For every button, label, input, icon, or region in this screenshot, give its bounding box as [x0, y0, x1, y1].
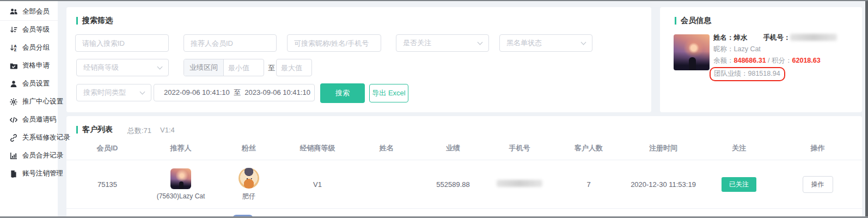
col-name: 姓名	[351, 140, 423, 156]
date-start: 2022-09-06 10:41:10	[164, 88, 230, 96]
code-icon	[9, 116, 18, 124]
col-customer-count: 客户人数	[555, 140, 622, 156]
chevron-down-icon	[581, 39, 586, 45]
sidebar-item-label: 推广中心设置	[22, 97, 63, 106]
chevron-down-icon	[157, 64, 163, 69]
sidebar-item-label: 会员合并记录	[22, 151, 63, 160]
table-row: 75135 (75630)Lazy Cat 肥仔 V1 552589.88 7 …	[66, 160, 862, 209]
cell-register-time: 2020-12-30 11:53:19	[622, 180, 705, 189]
search-id-field-wrap	[75, 34, 169, 52]
sidebar-item-member-group[interactable]: AZ 会员分组	[0, 39, 58, 57]
blacklist-status-select[interactable]: 黑名单状态	[499, 34, 592, 52]
search-filter-card: 搜索筛选 是否关注 黑名单状态 经销商等级 业绩区间 至 搜索时间类型 2022…	[66, 7, 651, 112]
sidebar-item-account-cancellation[interactable]: 账号注销管理	[0, 165, 58, 183]
cell-fan: 肥仔	[213, 168, 284, 201]
cell-action: 操作	[773, 176, 862, 193]
search-id-input[interactable]	[76, 35, 168, 51]
performance-max-wrap	[276, 59, 312, 76]
date-to-label: 至	[234, 88, 241, 96]
v1-count: V1:4	[160, 126, 175, 134]
sidebar-item-member-level[interactable]: 会员等级	[0, 21, 58, 39]
sidebar-item-label: 会员邀请码	[22, 115, 57, 124]
search-button[interactable]: 搜索	[320, 83, 365, 103]
member-avatar	[674, 34, 710, 70]
col-fans: 粉丝	[213, 140, 284, 156]
sidebar-item-promotion-settings[interactable]: 推广中心设置	[0, 93, 58, 111]
col-register-time: 注册时间	[622, 140, 705, 156]
sidebar-item-qualification[interactable]: 资格申请	[0, 57, 58, 75]
cell-dealer-level: V1	[284, 180, 351, 189]
customer-list-title: 客户列表	[76, 125, 113, 135]
sidebar-item-label: 会员设置	[22, 79, 50, 88]
date-end: 2023-09-06 10:41:10	[244, 88, 310, 96]
title-accent-bar	[76, 126, 78, 134]
dealer-level-select[interactable]: 经销商等级	[76, 59, 169, 76]
performance-range-group: 业绩区间	[184, 59, 264, 76]
col-member-id: 会员ID	[66, 140, 148, 156]
row-action-button[interactable]: 操作	[803, 176, 833, 193]
table-header: 会员ID 推荐人 粉丝 经销商等级 姓名 业绩 手机号 客户人数 注册时间 关注…	[66, 140, 862, 156]
col-action: 操作	[773, 140, 862, 156]
range-to-label: 至	[268, 63, 275, 73]
col-phone: 手机号	[484, 140, 555, 156]
sort-group-icon: AZ	[9, 44, 18, 52]
window-top-edge	[0, 0, 868, 1]
member-info-title: 会员信息	[675, 16, 711, 26]
search-filter-title: 搜索筛选	[76, 16, 113, 26]
cell-follow: 已关注	[705, 177, 773, 192]
sidebar: 全部会员 会员等级 AZ 会员分组 资格申请 会员设置 推广中心设置 会员邀请	[0, 1, 58, 218]
sort-level-icon	[9, 26, 18, 34]
cell-member-id: 75135	[66, 180, 148, 189]
sidebar-item-member-settings[interactable]: 会员设置	[0, 75, 58, 93]
red-annotation-box: 团队业绩：981518.94	[710, 67, 785, 81]
redacted-phone	[790, 34, 837, 41]
col-referrer: 推荐人	[148, 140, 213, 156]
total-count: 总数:71	[127, 126, 151, 136]
followed-badge: 已关注	[722, 177, 756, 192]
cell-phone	[484, 180, 555, 189]
performance-min-input[interactable]	[224, 59, 264, 76]
file-icon	[9, 169, 18, 178]
member-name-line: 姓名：焯水 手机号：	[713, 32, 837, 44]
follow-status-select[interactable]: 是否关注	[396, 34, 489, 52]
member-details: 姓名：焯水 手机号： 昵称：Lazy Cat 余额：848686.31 / 积分…	[713, 32, 837, 81]
users-icon	[9, 7, 18, 16]
referrer-id-field-wrap	[184, 34, 277, 52]
member-team-line: 团队业绩：981518.94	[713, 67, 837, 81]
performance-range-label: 业绩区间	[184, 59, 224, 76]
referrer-id-input[interactable]	[184, 35, 276, 51]
performance-max-input[interactable]	[277, 59, 311, 76]
window-right-edge	[865, 0, 868, 218]
sidebar-item-invite-code[interactable]: 会员邀请码	[0, 111, 58, 129]
chevron-down-icon	[140, 89, 145, 94]
title-accent-bar	[76, 17, 78, 25]
member-info-card: 会员信息 姓名：焯水 手机号： 昵称：Lazy Cat 余额：848686.31…	[660, 7, 862, 112]
svg-text:Z: Z	[14, 47, 17, 52]
chevron-down-icon	[478, 39, 483, 45]
fan-avatar	[239, 168, 259, 189]
sidebar-item-label: 资格申请	[22, 61, 50, 70]
member-balance-line: 余额：848686.31 / 积分：62018.63	[713, 55, 837, 66]
referrer-avatar	[170, 168, 191, 189]
sidebar-item-relation-chain[interactable]: 关系链修改记录	[0, 129, 58, 147]
gear-icon	[9, 98, 18, 106]
customer-list-card: 客户列表 总数:71 V1:4 会员ID 推荐人 粉丝 经销商等级 姓名 业绩 …	[66, 116, 862, 218]
sidebar-item-all-members[interactable]: 全部会员	[0, 3, 58, 21]
cell-customer-count: 7	[555, 180, 622, 189]
cell-performance: 552589.88	[423, 180, 484, 189]
export-excel-button[interactable]: 导出 Excel	[369, 84, 408, 102]
bar-chart-icon	[9, 152, 18, 160]
user-icon	[9, 80, 18, 88]
date-range-picker[interactable]: 2022-09-06 10:41:10 至 2023-09-06 10:41:1…	[154, 84, 315, 101]
cell-referrer: (75630)Lazy Cat	[148, 168, 213, 200]
col-dealer-level: 经销商等级	[284, 140, 351, 156]
link-icon	[9, 134, 18, 142]
time-type-select[interactable]: 搜索时间类型	[76, 84, 151, 101]
sidebar-item-label: 会员分组	[22, 43, 50, 52]
sidebar-item-label: 会员等级	[22, 25, 50, 34]
sidebar-item-merge-record[interactable]: 会员合并记录	[0, 147, 58, 165]
redacted-phone	[497, 180, 542, 187]
nickname-search-input[interactable]	[288, 35, 381, 51]
sidebar-item-label: 全部会员	[22, 7, 50, 16]
col-performance: 业绩	[423, 140, 484, 156]
